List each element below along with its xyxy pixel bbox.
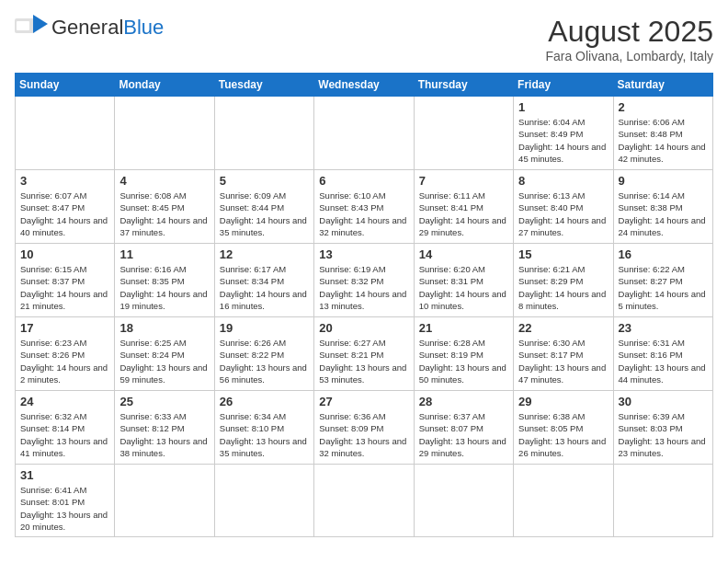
calendar-day-cell: 17Sunrise: 6:23 AM Sunset: 8:26 PM Dayli… bbox=[16, 317, 115, 391]
calendar-day-cell: 21Sunrise: 6:28 AM Sunset: 8:19 PM Dayli… bbox=[414, 317, 513, 391]
day-number: 25 bbox=[119, 395, 210, 408]
calendar-day-cell: 7Sunrise: 6:11 AM Sunset: 8:41 PM Daylig… bbox=[414, 170, 513, 244]
day-number: 2 bbox=[619, 100, 709, 114]
day-info: Sunrise: 6:25 AM Sunset: 8:24 PM Dayligh… bbox=[119, 337, 210, 385]
title-block: August 2025 Fara Olivana, Lombardy, Ital… bbox=[545, 15, 713, 63]
calendar-day-cell: 4Sunrise: 6:08 AM Sunset: 8:45 PM Daylig… bbox=[115, 170, 214, 244]
calendar-day-cell: 18Sunrise: 6:25 AM Sunset: 8:24 PM Dayli… bbox=[115, 317, 214, 391]
calendar-day-cell: 30Sunrise: 6:39 AM Sunset: 8:03 PM Dayli… bbox=[613, 391, 712, 465]
day-info: Sunrise: 6:14 AM Sunset: 8:38 PM Dayligh… bbox=[619, 190, 709, 238]
day-info: Sunrise: 6:34 AM Sunset: 8:10 PM Dayligh… bbox=[220, 410, 310, 459]
day-info: Sunrise: 6:27 AM Sunset: 8:21 PM Dayligh… bbox=[319, 337, 409, 385]
weekday-header: Saturday bbox=[613, 74, 712, 97]
calendar-day-cell: 8Sunrise: 6:13 AM Sunset: 8:40 PM Daylig… bbox=[514, 170, 613, 244]
calendar-day-cell: 15Sunrise: 6:21 AM Sunset: 8:29 PM Dayli… bbox=[514, 244, 613, 317]
day-number: 17 bbox=[20, 321, 110, 335]
calendar-day-cell: 20Sunrise: 6:27 AM Sunset: 8:21 PM Dayli… bbox=[314, 317, 414, 391]
day-info: Sunrise: 6:13 AM Sunset: 8:40 PM Dayligh… bbox=[518, 190, 609, 238]
day-number: 8 bbox=[518, 174, 609, 188]
day-info: Sunrise: 6:10 AM Sunset: 8:43 PM Dayligh… bbox=[319, 190, 409, 238]
day-number: 1 bbox=[518, 100, 609, 114]
weekday-header: Friday bbox=[514, 74, 613, 97]
day-number: 5 bbox=[220, 174, 310, 188]
calendar-day-cell: 11Sunrise: 6:16 AM Sunset: 8:35 PM Dayli… bbox=[115, 244, 214, 317]
calendar-day-cell: 22Sunrise: 6:30 AM Sunset: 8:17 PM Dayli… bbox=[514, 317, 613, 391]
calendar-week-row: 1Sunrise: 6:04 AM Sunset: 8:49 PM Daylig… bbox=[16, 97, 713, 170]
svg-marker-1 bbox=[33, 15, 48, 33]
day-number: 9 bbox=[619, 174, 709, 188]
calendar-day-cell: 26Sunrise: 6:34 AM Sunset: 8:10 PM Dayli… bbox=[214, 391, 313, 465]
calendar-day-cell bbox=[314, 465, 414, 537]
weekday-header: Tuesday bbox=[214, 74, 313, 97]
calendar-day-cell bbox=[414, 465, 513, 537]
day-info: Sunrise: 6:22 AM Sunset: 8:27 PM Dayligh… bbox=[619, 263, 709, 312]
calendar-day-cell: 28Sunrise: 6:37 AM Sunset: 8:07 PM Dayli… bbox=[414, 391, 513, 465]
day-info: Sunrise: 6:09 AM Sunset: 8:44 PM Dayligh… bbox=[220, 190, 310, 238]
day-number: 28 bbox=[419, 395, 509, 408]
logo-icon bbox=[15, 15, 48, 40]
calendar-subtitle: Fara Olivana, Lombardy, Italy bbox=[545, 49, 713, 63]
day-info: Sunrise: 6:07 AM Sunset: 8:47 PM Dayligh… bbox=[20, 190, 110, 238]
day-number: 19 bbox=[220, 321, 310, 335]
day-number: 20 bbox=[319, 321, 409, 335]
day-number: 13 bbox=[319, 247, 409, 261]
day-number: 27 bbox=[319, 395, 409, 408]
day-info: Sunrise: 6:23 AM Sunset: 8:26 PM Dayligh… bbox=[20, 337, 110, 385]
day-info: Sunrise: 6:28 AM Sunset: 8:19 PM Dayligh… bbox=[419, 337, 509, 385]
calendar-day-cell: 23Sunrise: 6:31 AM Sunset: 8:16 PM Dayli… bbox=[613, 317, 712, 391]
calendar-day-cell: 13Sunrise: 6:19 AM Sunset: 8:32 PM Dayli… bbox=[314, 244, 414, 317]
calendar-title: August 2025 bbox=[545, 15, 713, 49]
logo-text: GeneralBlue bbox=[51, 17, 164, 38]
day-number: 31 bbox=[20, 468, 110, 482]
weekday-header: Sunday bbox=[16, 74, 115, 97]
day-info: Sunrise: 6:30 AM Sunset: 8:17 PM Dayligh… bbox=[518, 337, 609, 385]
day-number: 10 bbox=[20, 247, 110, 261]
calendar-day-cell: 27Sunrise: 6:36 AM Sunset: 8:09 PM Dayli… bbox=[314, 391, 414, 465]
calendar-day-cell bbox=[314, 97, 414, 170]
day-info: Sunrise: 6:11 AM Sunset: 8:41 PM Dayligh… bbox=[419, 190, 509, 238]
calendar-day-cell: 2Sunrise: 6:06 AM Sunset: 8:48 PM Daylig… bbox=[613, 97, 712, 170]
svg-rect-2 bbox=[17, 21, 29, 30]
day-info: Sunrise: 6:33 AM Sunset: 8:12 PM Dayligh… bbox=[119, 410, 210, 459]
calendar-day-cell: 16Sunrise: 6:22 AM Sunset: 8:27 PM Dayli… bbox=[613, 244, 712, 317]
calendar-day-cell bbox=[16, 97, 115, 170]
day-number: 4 bbox=[119, 174, 210, 188]
day-info: Sunrise: 6:17 AM Sunset: 8:34 PM Dayligh… bbox=[220, 263, 310, 312]
calendar-day-cell: 19Sunrise: 6:26 AM Sunset: 8:22 PM Dayli… bbox=[214, 317, 313, 391]
day-info: Sunrise: 6:36 AM Sunset: 8:09 PM Dayligh… bbox=[319, 410, 409, 459]
logo-blue: Blue bbox=[123, 16, 164, 39]
calendar-day-cell: 29Sunrise: 6:38 AM Sunset: 8:05 PM Dayli… bbox=[514, 391, 613, 465]
day-info: Sunrise: 6:19 AM Sunset: 8:32 PM Dayligh… bbox=[319, 263, 409, 312]
day-number: 15 bbox=[518, 247, 609, 261]
calendar-week-row: 3Sunrise: 6:07 AM Sunset: 8:47 PM Daylig… bbox=[16, 170, 713, 244]
day-info: Sunrise: 6:26 AM Sunset: 8:22 PM Dayligh… bbox=[220, 337, 310, 385]
day-info: Sunrise: 6:15 AM Sunset: 8:37 PM Dayligh… bbox=[20, 263, 110, 312]
calendar-day-cell bbox=[514, 465, 613, 537]
weekday-header-row: SundayMondayTuesdayWednesdayThursdayFrid… bbox=[16, 74, 713, 97]
day-number: 21 bbox=[419, 321, 509, 335]
logo: GeneralBlue bbox=[15, 15, 164, 40]
day-number: 22 bbox=[518, 321, 609, 335]
day-info: Sunrise: 6:41 AM Sunset: 8:01 PM Dayligh… bbox=[20, 484, 110, 533]
day-info: Sunrise: 6:39 AM Sunset: 8:03 PM Dayligh… bbox=[619, 410, 709, 459]
day-info: Sunrise: 6:37 AM Sunset: 8:07 PM Dayligh… bbox=[419, 410, 509, 459]
calendar-day-cell: 9Sunrise: 6:14 AM Sunset: 8:38 PM Daylig… bbox=[613, 170, 712, 244]
day-info: Sunrise: 6:06 AM Sunset: 8:48 PM Dayligh… bbox=[619, 116, 709, 165]
day-info: Sunrise: 6:08 AM Sunset: 8:45 PM Dayligh… bbox=[119, 190, 210, 238]
page-header: GeneralBlue August 2025 Fara Olivana, Lo… bbox=[15, 15, 713, 63]
calendar-day-cell: 12Sunrise: 6:17 AM Sunset: 8:34 PM Dayli… bbox=[214, 244, 313, 317]
calendar-day-cell bbox=[414, 97, 513, 170]
day-number: 18 bbox=[119, 321, 210, 335]
day-number: 3 bbox=[20, 174, 110, 188]
calendar-day-cell bbox=[214, 97, 313, 170]
calendar-day-cell: 3Sunrise: 6:07 AM Sunset: 8:47 PM Daylig… bbox=[16, 170, 115, 244]
day-number: 30 bbox=[619, 395, 709, 408]
calendar-day-cell bbox=[214, 465, 313, 537]
calendar-day-cell: 24Sunrise: 6:32 AM Sunset: 8:14 PM Dayli… bbox=[16, 391, 115, 465]
calendar-day-cell: 1Sunrise: 6:04 AM Sunset: 8:49 PM Daylig… bbox=[514, 97, 613, 170]
calendar-day-cell: 6Sunrise: 6:10 AM Sunset: 8:43 PM Daylig… bbox=[314, 170, 414, 244]
calendar-day-cell bbox=[115, 97, 214, 170]
day-info: Sunrise: 6:38 AM Sunset: 8:05 PM Dayligh… bbox=[518, 410, 609, 459]
calendar-day-cell bbox=[115, 465, 214, 537]
day-number: 16 bbox=[619, 247, 709, 261]
